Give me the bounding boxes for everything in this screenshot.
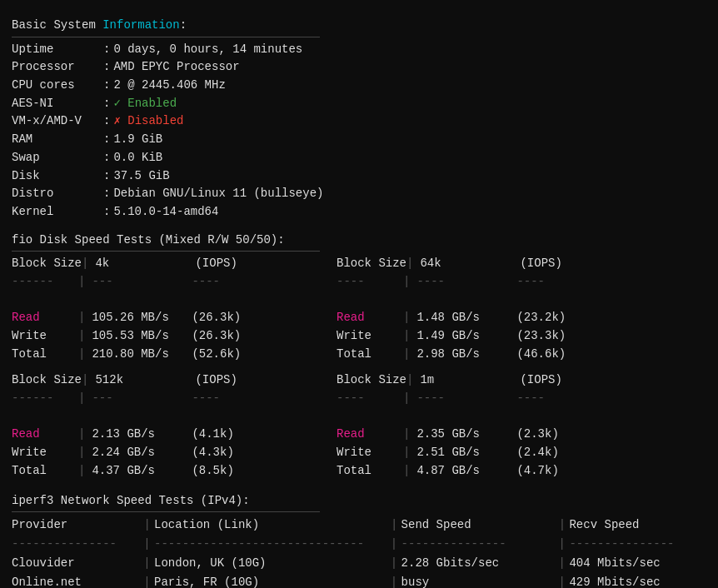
iperf-pipe-dash: | xyxy=(387,536,401,554)
iperf-cell-3: 429 Mbits/sec xyxy=(569,573,706,588)
system-info-value: ✓ Enabled xyxy=(113,95,327,113)
fio-row-label: Write xyxy=(337,327,403,346)
fio-iops-header: (IOPS) xyxy=(520,255,561,273)
iperf-pipe-dash: | xyxy=(556,536,570,554)
fio-row-iops: (26.3k) xyxy=(192,309,241,327)
fio-row-iops: (23.2k) xyxy=(516,309,566,327)
fio-data-row: Write|2.51 GB/s(2.4k) xyxy=(337,444,661,462)
iperf-cell-0: Online.net xyxy=(12,573,140,588)
system-info-val-text: Enabled xyxy=(127,97,177,110)
iperf-data-row: Online.net|Paris, FR (10G)|busy|429 Mbit… xyxy=(12,573,706,588)
fio-row-iops: (2.4k) xyxy=(516,444,558,462)
fio-data-row: Total|4.37 GB/s(8.5k) xyxy=(12,462,337,481)
fio-dash-line: ----|-------- xyxy=(337,390,661,408)
fio-row-iops: (26.3k) xyxy=(192,327,241,346)
iperf-pipe-cell: | xyxy=(556,554,570,574)
fio-row-label: Write xyxy=(337,444,403,462)
fio-row-label: Read xyxy=(337,309,403,327)
fio-row-value: 2.51 GB/s xyxy=(416,444,516,462)
system-info-value: 2 @ 2445.406 MHz xyxy=(113,77,327,95)
title-cyan: Information xyxy=(102,18,179,32)
iperf-dash-cell: --------------- xyxy=(401,536,556,554)
fio-row-pipe: | xyxy=(78,426,85,444)
fio-row-pipe: | xyxy=(78,462,85,481)
fio-block-size-value: 64k xyxy=(420,255,520,273)
fio-block-size-label: Block Size xyxy=(337,371,406,390)
fio-col-left: Block Size|4k(IOPS)------|------- Read|1… xyxy=(12,255,337,363)
fio-block-size-header: Block Size|1m(IOPS) xyxy=(337,371,661,390)
system-info-sep: : xyxy=(103,77,113,95)
fio-pipe: | xyxy=(82,371,88,390)
fio-block-size-header: Block Size|4k(IOPS) xyxy=(12,255,337,273)
fio-row-value: 4.37 GB/s xyxy=(92,462,192,481)
system-info-row: Swap:0.0 KiB xyxy=(12,149,327,167)
fio-block-size-label: Block Size xyxy=(12,255,82,273)
system-info-value: ✗ Disabled xyxy=(113,112,327,131)
system-info-sep: : xyxy=(103,95,113,113)
fio-pipe: | xyxy=(406,371,413,390)
fio-row-iops: (23.3k) xyxy=(516,327,566,346)
fio-data-row: Read|1.48 GB/s(23.2k) xyxy=(337,309,661,327)
system-info-sep: : xyxy=(103,203,113,222)
system-info-row: Processor:AMD EPYC Processor xyxy=(12,58,327,77)
fio-col-left: Block Size|512k(IOPS)------|------- Read… xyxy=(12,371,337,480)
system-info-val-text: Disabled xyxy=(127,114,183,127)
fio-row-label: Total xyxy=(337,346,403,364)
fio-row-value: 1.49 GB/s xyxy=(416,327,516,346)
system-info-value: 0.0 KiB xyxy=(113,149,327,167)
title-plain: Basic System xyxy=(12,18,102,32)
fio-row-value: 1.48 GB/s xyxy=(416,309,516,327)
iperf-cell-1: London, UK (10G) xyxy=(154,554,387,574)
fio-data-row: Write|2.24 GB/s(4.3k) xyxy=(12,444,337,462)
system-info-label: Processor xyxy=(12,58,103,77)
fio-block-size-value: 1m xyxy=(420,371,520,390)
fio-row-pipe: | xyxy=(78,346,85,364)
fio-row-label: Read xyxy=(12,426,78,444)
iperf-dash-cell: --------------- xyxy=(12,536,140,554)
fio-dash-line: ------|------- xyxy=(12,273,337,292)
system-info-sep: : xyxy=(103,58,113,77)
iperf-header-row: Provider|Location (Link)|Send Speed|Recv… xyxy=(12,516,706,536)
fio-row-iops: (52.6k) xyxy=(192,346,241,364)
fio-pipe: | xyxy=(82,255,88,273)
iperf-cell-0: Clouvider xyxy=(12,554,140,574)
iperf-grid: Provider|Location (Link)|Send Speed|Recv… xyxy=(12,516,706,588)
iperf-dash-cell: --------------- xyxy=(569,536,706,554)
iperf-pipe-header: | xyxy=(387,516,401,536)
system-info-value: AMD EPYC Processor xyxy=(113,58,327,77)
iperf-pipe-cell: | xyxy=(140,573,154,588)
section-title-basic: Basic System Information: xyxy=(12,17,706,35)
fio-group-1: Block Size|512k(IOPS)------|------- Read… xyxy=(12,371,706,480)
iperf-table: Provider|Location (Link)|Send Speed|Recv… xyxy=(12,516,706,588)
iperf-header-1: Location (Link) xyxy=(154,516,387,536)
iperf-data-row: Clouvider|London, UK (10G)|2.28 Gbits/se… xyxy=(12,554,706,574)
system-info-row: Uptime:0 days, 0 hours, 14 minutes xyxy=(12,41,327,59)
divider-iperf xyxy=(12,511,320,512)
system-info-sep: : xyxy=(103,131,113,149)
fio-dash-line: ----|-------- xyxy=(337,273,661,292)
iperf-header-0: Provider xyxy=(12,516,140,536)
fio-row-pipe: | xyxy=(78,444,85,462)
fio-pipe: | xyxy=(406,255,413,273)
fio-row-label: Total xyxy=(337,462,403,481)
system-info-row: CPU cores:2 @ 2445.406 MHz xyxy=(12,77,327,95)
fio-row-value: 2.24 GB/s xyxy=(92,444,192,462)
fio-row-label: Total xyxy=(12,462,78,481)
fio-data-row: Total|2.98 GB/s(46.6k) xyxy=(337,346,661,364)
system-info-row: Kernel:5.10.0-14-amd64 xyxy=(12,203,327,222)
system-info-table: Uptime:0 days, 0 hours, 14 minutesProces… xyxy=(12,41,327,222)
fio-col-right: Block Size|64k(IOPS)----|-------- Read|1… xyxy=(337,255,661,363)
fio-row-pipe: | xyxy=(403,444,410,462)
fio-iops-header: (IOPS) xyxy=(520,371,561,390)
fio-row-value: 105.26 MB/s xyxy=(92,309,192,327)
system-info-row: VM-x/AMD-V:✗ Disabled xyxy=(12,112,327,131)
iperf-pipe-header: | xyxy=(140,516,154,536)
fio-row-value: 2.98 GB/s xyxy=(416,346,516,364)
system-info-label: Uptime xyxy=(12,41,103,59)
fio-row-value: 4.87 GB/s xyxy=(416,462,516,481)
iperf-cell-3: 404 Mbits/sec xyxy=(569,554,706,574)
fio-section: fio Disk Speed Tests (Mixed R/W 50/50): … xyxy=(12,232,706,481)
system-info-label: CPU cores xyxy=(12,77,103,95)
fio-row-iops: (4.7k) xyxy=(516,462,558,481)
fio-data-row: Write|1.49 GB/s(23.3k) xyxy=(337,327,661,346)
